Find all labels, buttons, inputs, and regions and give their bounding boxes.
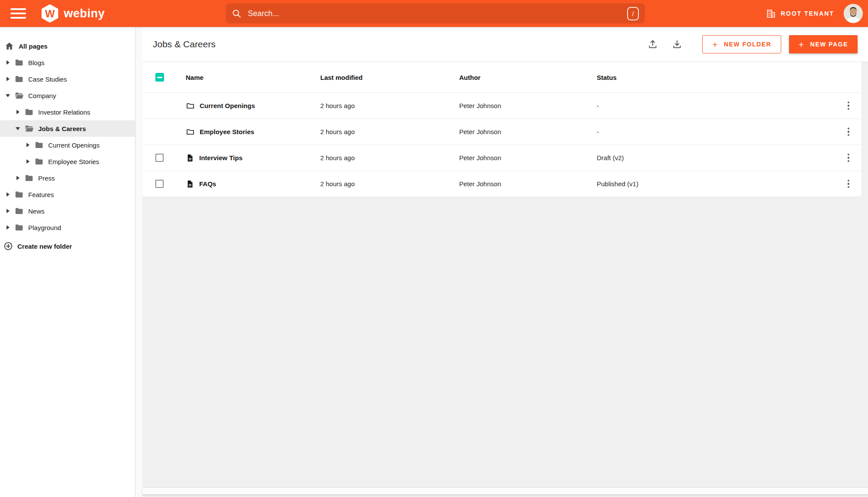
user-avatar[interactable] — [844, 4, 863, 23]
sidebar-item-label: Case Studies — [28, 76, 67, 83]
upload-icon — [648, 39, 658, 49]
sidebar-item-label: Playground — [28, 224, 61, 231]
sidebar-item-jobs-careers[interactable]: Jobs & Careers — [0, 120, 135, 137]
plus-icon: + — [712, 40, 718, 49]
table-header-row: Name Last modified Author Status — [142, 62, 861, 92]
new-folder-button[interactable]: + NEW FOLDER — [702, 35, 781, 53]
table-row[interactable]: Employee Stories 2 hours ago Peter Johns… — [142, 118, 861, 145]
svg-text:W: W — [45, 8, 55, 20]
row-menu-kebab-icon[interactable] — [845, 151, 852, 165]
chevron-down-icon[interactable] — [5, 94, 10, 97]
sidebar-item-label: All pages — [19, 43, 48, 50]
row-checkbox[interactable] — [155, 180, 164, 188]
sidebar-item-label: Press — [38, 174, 55, 182]
folder-closed-icon — [14, 206, 24, 216]
row-author: Peter Johnson — [459, 102, 597, 109]
folder-closed-icon — [14, 190, 24, 199]
row-status: - — [597, 102, 835, 109]
sidebar-item-playground[interactable]: Playground — [0, 219, 135, 236]
row-modified: 2 hours ago — [320, 128, 459, 135]
home-icon — [4, 41, 14, 51]
content-header: Jobs & Careers + NEW FOLDER — [142, 27, 868, 62]
row-modified: 2 hours ago — [320, 102, 459, 109]
folder-closed-icon — [34, 140, 44, 150]
folder-closed-icon — [14, 58, 24, 67]
download-icon — [672, 39, 682, 49]
sidebar-item-all-pages[interactable]: All pages — [0, 38, 135, 54]
new-folder-label: NEW FOLDER — [724, 41, 771, 48]
chevron-right-icon[interactable] — [5, 60, 10, 65]
app-root: W webiny / — [0, 0, 868, 497]
table-row[interactable]: FAQs 2 hours ago Peter Johnson Published… — [142, 171, 861, 197]
webiny-hexagon-icon: W — [40, 3, 60, 23]
chevron-right-icon[interactable] — [15, 110, 20, 114]
chevron-right-icon[interactable] — [25, 159, 30, 164]
sidebar-item-press[interactable]: Press — [0, 170, 135, 186]
hamburger-menu-icon[interactable] — [10, 8, 26, 19]
sidebar-item-investor-relations[interactable]: Investor Relations — [0, 104, 135, 120]
row-author: Peter Johnson — [459, 128, 597, 135]
chevron-right-icon[interactable] — [15, 176, 20, 180]
chevron-right-icon[interactable] — [5, 192, 10, 197]
sidebar-item-blogs[interactable]: Blogs — [0, 54, 135, 71]
sidebar-item-company[interactable]: Company — [0, 87, 135, 104]
chevron-right-icon[interactable] — [25, 143, 30, 147]
folder-outline-icon — [186, 127, 195, 136]
folder-open-icon — [14, 91, 24, 100]
plus-circle-icon — [3, 241, 13, 251]
sidebar-item-label: Current Openings — [48, 142, 99, 149]
table-row[interactable]: Interview Tips 2 hours ago Peter Johnson… — [142, 145, 861, 171]
row-author: Peter Johnson — [459, 180, 597, 188]
sidebar-item-label: News — [28, 207, 45, 215]
row-name: Interview Tips — [199, 154, 243, 161]
new-page-button[interactable]: + NEW PAGE — [789, 35, 858, 53]
sidebar-item-employee-stories[interactable]: Employee Stories — [0, 153, 135, 170]
header-actions: + NEW FOLDER + NEW PAGE — [644, 35, 858, 53]
column-header-name: Name — [186, 74, 320, 81]
sidebar-scroll-gutter — [136, 27, 142, 497]
row-name: Current Openings — [200, 102, 255, 109]
table-footer-bar — [142, 488, 868, 494]
sidebar-item-label: Company — [28, 92, 56, 99]
tenant-selector[interactable]: ROOT TENANT — [766, 9, 834, 19]
import-button[interactable] — [644, 36, 661, 53]
sidebar-item-label: Employee Stories — [48, 158, 99, 165]
row-menu-kebab-icon[interactable] — [845, 99, 852, 113]
folder-tree-sidebar: All pages Blogs Case Studies — [0, 27, 135, 497]
folder-closed-icon — [14, 223, 24, 232]
row-name: Employee Stories — [200, 128, 254, 135]
webiny-logo[interactable]: W webiny — [40, 3, 105, 23]
folder-closed-icon — [34, 157, 44, 166]
search-icon — [232, 9, 242, 19]
column-header-author: Author — [459, 74, 597, 81]
chevron-right-icon[interactable] — [5, 77, 10, 81]
search-bar: / — [226, 3, 645, 23]
sidebar-item-news[interactable]: News — [0, 203, 135, 219]
folder-closed-icon — [24, 173, 34, 183]
column-header-status: Status — [597, 74, 835, 81]
page-document-icon — [186, 154, 194, 162]
search-input[interactable] — [248, 9, 627, 18]
chevron-right-icon[interactable] — [5, 209, 10, 213]
row-name: FAQs — [199, 180, 216, 188]
chevron-right-icon[interactable] — [5, 225, 10, 230]
row-modified: 2 hours ago — [320, 154, 459, 161]
top-bar-right: ROOT TENANT — [766, 4, 863, 23]
row-menu-kebab-icon[interactable] — [845, 125, 852, 139]
create-new-folder-button[interactable]: Create new folder — [0, 239, 135, 253]
sidebar-item-label: Features — [28, 191, 54, 198]
pages-table: Name Last modified Author Status Current… — [142, 62, 861, 197]
table-row[interactable]: Current Openings 2 hours ago Peter Johns… — [142, 92, 861, 118]
sidebar-item-case-studies[interactable]: Case Studies — [0, 71, 135, 87]
folder-closed-icon — [14, 74, 24, 84]
row-checkbox[interactable] — [155, 154, 164, 162]
sidebar-item-features[interactable]: Features — [0, 186, 135, 203]
row-author: Peter Johnson — [459, 154, 597, 161]
row-menu-kebab-icon[interactable] — [845, 177, 852, 191]
brand-name: webiny — [64, 7, 105, 20]
sidebar-item-current-openings[interactable]: Current Openings — [0, 137, 135, 153]
chevron-down-icon[interactable] — [15, 127, 20, 130]
row-status: - — [597, 128, 835, 135]
export-button[interactable] — [668, 36, 686, 53]
select-all-checkbox[interactable] — [155, 73, 164, 82]
